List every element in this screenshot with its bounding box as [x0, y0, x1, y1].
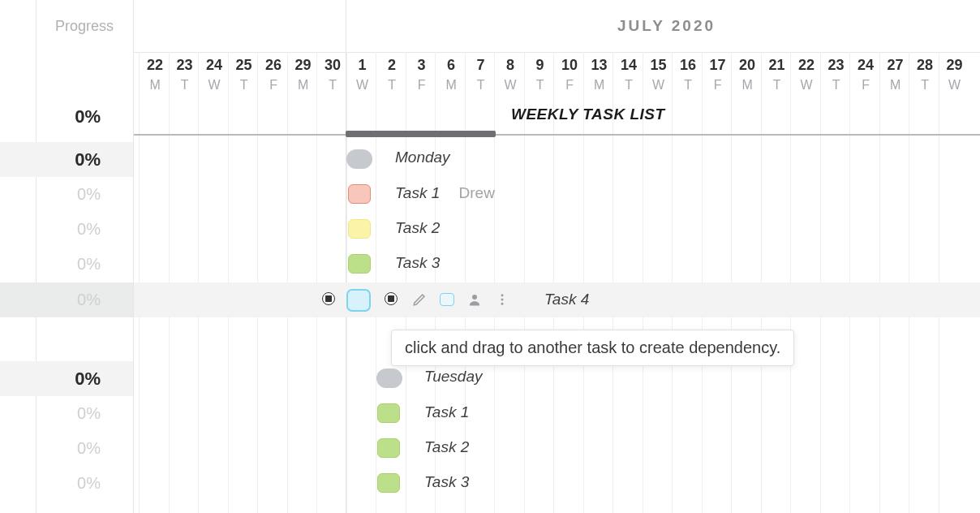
date-column[interactable]: 24F	[851, 52, 880, 96]
date-column[interactable]: 26F	[259, 52, 288, 96]
date-day: 26	[259, 52, 288, 76]
summary-bar[interactable]	[346, 131, 496, 137]
color-chip-icon	[440, 293, 454, 306]
assign-button[interactable]	[462, 287, 488, 313]
group-chip[interactable]	[346, 149, 372, 169]
date-weekday: T	[763, 76, 792, 94]
dependency-handle-right[interactable]	[385, 292, 398, 305]
date-column[interactable]: 7T	[466, 52, 496, 96]
task-chip[interactable]	[377, 473, 400, 493]
date-column[interactable]: 8W	[496, 52, 525, 96]
date-column[interactable]: 10F	[555, 52, 584, 96]
task-chip[interactable]	[348, 254, 371, 274]
date-column[interactable]: 29W	[940, 52, 969, 96]
group-label[interactable]: Tuesday	[424, 368, 482, 386]
date-column[interactable]: 24W	[200, 52, 229, 96]
date-day: 17	[703, 52, 733, 76]
task-chip-selected[interactable]	[346, 289, 371, 312]
task-label[interactable]: Task 3	[424, 473, 469, 491]
svg-point-2	[501, 299, 504, 301]
task-action-bar	[406, 287, 515, 313]
date-weekday: T	[910, 76, 939, 94]
color-button[interactable]	[434, 287, 460, 313]
date-column[interactable]: 3F	[407, 52, 436, 96]
date-weekday: T	[318, 76, 347, 94]
date-column[interactable]: 23T	[170, 52, 200, 96]
date-column[interactable]: 29M	[289, 52, 318, 96]
date-day: 24	[200, 52, 229, 76]
timeline[interactable]: JULY 2020 22M23T24W25T26F29M30T1W2T3F6M7…	[134, 0, 980, 513]
task-label[interactable]: Task 1	[424, 403, 469, 421]
date-column[interactable]: 28T	[910, 52, 939, 96]
date-column[interactable]: 1W	[348, 52, 377, 96]
date-weekday: M	[140, 76, 170, 94]
date-header: 22M23T24W25T26F29M30T1W2T3F6M7T8W9T10F13…	[134, 52, 980, 96]
month-title: JULY 2020	[353, 0, 980, 52]
date-column[interactable]: 17F	[703, 52, 733, 96]
date-column[interactable]: 21T	[763, 52, 792, 96]
date-day: 7	[466, 52, 496, 76]
date-day: 23	[822, 52, 851, 76]
date-day: 3	[407, 52, 436, 76]
date-column[interactable]: 16T	[673, 52, 703, 96]
date-day: 13	[585, 52, 614, 76]
date-weekday: T	[377, 76, 406, 94]
date-column[interactable]: 13M	[585, 52, 614, 96]
dependency-handle-left[interactable]	[322, 292, 335, 305]
date-weekday: W	[200, 76, 229, 94]
date-column[interactable]: 25T	[230, 52, 259, 96]
task-name: Task 1	[395, 184, 440, 201]
more-button[interactable]	[489, 287, 515, 313]
date-column[interactable]: 20M	[733, 52, 762, 96]
date-weekday: W	[644, 76, 673, 94]
svg-point-3	[501, 303, 504, 305]
gantt-app: Progress 0% 0% 0% 0% 0% 0% 0% 0% 0% 0% J…	[0, 0, 980, 513]
progress-value: 0%	[0, 466, 133, 501]
task-label[interactable]: Task 3	[395, 254, 440, 272]
task-chip[interactable]	[348, 219, 371, 239]
date-column[interactable]: 22W	[792, 52, 821, 96]
progress-value-subtotal: 0%	[0, 142, 133, 177]
task-label[interactable]: Task 1 Drew	[395, 184, 495, 202]
task-label[interactable]: Task 2	[395, 219, 440, 237]
date-day: 10	[555, 52, 584, 76]
date-weekday: M	[881, 76, 910, 94]
date-day: 22	[792, 52, 821, 76]
task-label[interactable]: Task 2	[424, 438, 469, 456]
date-day: 9	[526, 52, 555, 76]
task-chip[interactable]	[348, 184, 371, 204]
task-chip[interactable]	[377, 403, 400, 423]
date-weekday: W	[496, 76, 525, 94]
progress-value-total: 0%	[0, 99, 133, 134]
date-column[interactable]: 23T	[822, 52, 851, 96]
task-label[interactable]: Task 4	[544, 291, 589, 308]
summary-baseline	[134, 134, 980, 136]
date-weekday: M	[289, 76, 318, 94]
date-day: 29	[940, 52, 969, 76]
date-day: 16	[673, 52, 703, 76]
date-column[interactable]: 2T	[377, 52, 406, 96]
date-column[interactable]: 6M	[436, 52, 466, 96]
edit-icon	[412, 292, 427, 307]
progress-value: 0%	[0, 431, 133, 466]
date-weekday: F	[555, 76, 584, 94]
date-column[interactable]: 27M	[881, 52, 910, 96]
date-day: 1	[348, 52, 377, 76]
date-column[interactable]: 22M	[140, 52, 170, 96]
group-label[interactable]: Monday	[395, 149, 450, 166]
date-column[interactable]: 15W	[644, 52, 673, 96]
date-column[interactable]: 30T	[318, 52, 347, 96]
task-chip[interactable]	[377, 438, 400, 458]
date-day: 14	[614, 52, 643, 76]
date-column[interactable]: 14T	[614, 52, 643, 96]
edit-button[interactable]	[406, 287, 432, 313]
date-weekday: T	[673, 76, 703, 94]
date-weekday: F	[851, 76, 880, 94]
group-chip[interactable]	[376, 369, 402, 388]
date-weekday: F	[703, 76, 733, 94]
date-weekday: F	[407, 76, 436, 94]
more-icon	[495, 292, 509, 307]
date-weekday: M	[733, 76, 762, 94]
date-column[interactable]: 9T	[526, 52, 555, 96]
date-weekday: T	[466, 76, 496, 94]
